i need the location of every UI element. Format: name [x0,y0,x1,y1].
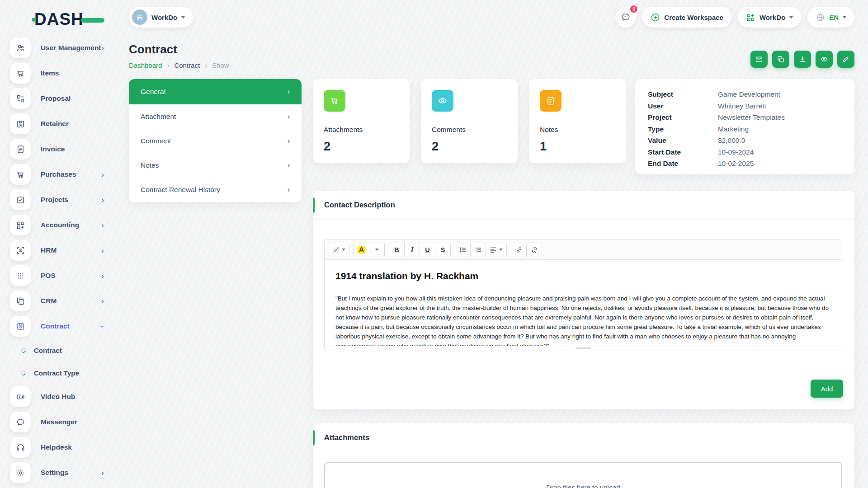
font-color-icon: A [358,246,365,253]
detail-row: UserWhitney Barrett [648,100,842,112]
underline-button[interactable]: U [420,243,435,257]
sidebar-item-proposal[interactable]: Proposal [0,86,125,111]
stat-label: Comments [432,126,507,134]
sidebar: User Management › Items Proposal Retaine… [0,35,125,485]
ordered-list-button[interactable] [470,243,486,257]
sidebar-item-purchases[interactable]: Purchases › [0,162,125,187]
sidebar-item-contract[interactable]: Contract › [0,314,125,339]
tab-contract-renewal-history[interactable]: Contract Renewal History› [129,178,302,202]
stat-label: Notes [540,126,615,134]
chevron-right-icon: › [101,272,104,280]
workspace-name: WorkDo [151,14,177,21]
magic-style-button[interactable] [329,243,349,257]
tab-attachment[interactable]: Attachment› [129,104,302,129]
proposal-icon [10,88,31,109]
sidebar-subitem-contract[interactable]: Contract [0,339,125,361]
logo-dot [32,18,36,22]
stat-value: 2 [432,140,507,154]
edit-button[interactable] [837,51,854,68]
contract-tab-menu: General› Attachment› Comment› Notes› Con… [129,79,302,202]
file-dropzone[interactable]: Drop files here to upload [324,462,842,488]
tab-comment[interactable]: Comment› [129,129,302,153]
font-color-dropdown[interactable] [369,243,385,257]
paragraph-align-button[interactable] [486,243,507,257]
contact-description-card: Contact Description A B I U S [313,191,854,409]
chevron-right-icon: › [101,297,104,305]
sidebar-item-messenger[interactable]: Messenger [0,409,125,435]
sidebar-item-pos[interactable]: POS › [0,263,125,288]
chevron-right-icon: › [101,221,104,229]
section-title: Attachments [313,423,854,452]
rich-text-editor: A B I U S [324,239,842,351]
stat-value: 2 [324,140,399,154]
magic-style-icon [333,246,340,253]
sidebar-item-video-hub[interactable]: Video Hub [0,384,125,409]
breadcrumb: Dashboard › Contract › Show [129,61,229,69]
chevron-right-icon: › [167,61,169,69]
chevron-right-icon: › [288,186,290,194]
strikethrough-button[interactable]: S [435,243,451,257]
resize-grip-icon [576,347,591,349]
bold-button[interactable]: B [389,243,405,257]
chevron-right-icon: › [205,61,207,69]
ordered-list-icon [475,247,482,253]
chevron-right-icon: › [288,161,290,169]
breadcrumb-dashboard[interactable]: Dashboard [129,61,162,69]
workspace-selector[interactable]: WorkDo [129,7,193,28]
sidebar-item-accounting[interactable]: Accounting › [0,212,125,238]
grid-icon [746,13,755,22]
messages-button[interactable]: 0 [615,7,636,28]
download-button[interactable] [794,51,811,68]
logo-text: DASH [34,11,84,28]
create-workspace-label: Create Workspace [664,14,723,21]
sidebar-subitem-contract-type[interactable]: Contract Type [0,361,125,384]
sidebar-item-hrm[interactable]: HRM › [0,238,125,263]
chevron-right-icon: › [101,44,104,52]
create-workspace-button[interactable]: Create Workspace [642,7,731,28]
globe-icon [816,13,825,22]
sidebar-item-retainer[interactable]: Retainer [0,111,125,136]
sidebar-item-projects[interactable]: Projects › [0,187,125,212]
headset-icon [10,437,31,458]
workspace-switcher[interactable]: WorkDo [738,7,801,28]
chevron-right-icon: › [101,171,104,178]
cards-icon [10,291,31,311]
tab-notes[interactable]: Notes› [129,153,302,178]
font-color-button[interactable]: A [354,243,369,257]
duplicate-button[interactable] [772,51,789,68]
sidebar-item-user-management[interactable]: User Management › [0,35,125,61]
insert-link-button[interactable] [511,243,527,257]
sidebar-item-crm[interactable]: CRM › [0,288,125,314]
unlink-button[interactable] [526,243,542,257]
chevron-down-icon [342,249,345,251]
editor-resize-bar[interactable] [325,346,842,351]
detail-row: TypeMarketing [648,123,842,135]
breadcrumb-contract[interactable]: Contract [174,61,200,69]
invoice-icon [10,139,31,160]
detail-row: ProjectNewsletter Templates [648,112,842,123]
chevron-down-icon [375,249,379,251]
breadcrumb-show: Show [212,61,229,69]
workdo-label: WorkDo [760,14,785,21]
sidebar-item-items[interactable]: Items [0,61,125,86]
editor-content[interactable]: 1914 translation by H. Rackham "But I mu… [325,260,842,346]
italic-button[interactable]: I [404,243,420,257]
chevron-right-icon: › [288,88,290,96]
tab-general[interactable]: General› [129,79,302,104]
sidebar-item-helpdesk[interactable]: Helpdesk [0,435,125,460]
detail-row: End Date10-02-2025 [648,158,842,169]
sidebar-item-settings[interactable]: Settings › [0,460,125,485]
sidebar-item-invoice[interactable]: Invoice [0,136,125,162]
language-selector[interactable]: EN [807,7,854,28]
preview-button[interactable] [816,51,833,68]
paragraph-align-icon [490,247,497,253]
add-button[interactable]: Add [811,380,843,398]
unlink-icon [531,246,538,253]
chevron-right-icon: › [101,196,104,204]
send-mail-button[interactable] [750,51,768,68]
unordered-list-button[interactable] [455,243,471,257]
stat-label: Attachments [324,126,399,134]
italic-icon: I [410,246,413,254]
person-scan-icon [10,240,31,261]
chat-icon [621,12,631,22]
